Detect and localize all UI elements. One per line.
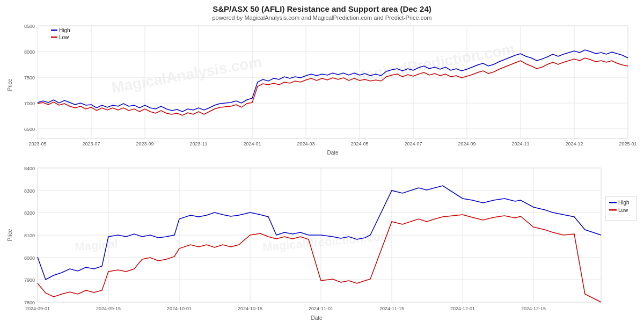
svg-text:2024-12: 2024-12 (565, 141, 583, 147)
svg-text:2023-11: 2023-11 (189, 141, 207, 147)
svg-text:2024-07: 2024-07 (404, 141, 422, 147)
svg-text:2024-01: 2024-01 (243, 141, 261, 147)
svg-text:2024-03: 2024-03 (297, 141, 314, 147)
chart-wrapper: 8500 8000 7500 7000 6500 Price 2023-05 2… (5, 23, 639, 322)
svg-text:Low: Low (59, 34, 69, 40)
svg-text:2024-10-15: 2024-10-15 (238, 306, 262, 311)
svg-rect-39 (51, 30, 57, 31)
svg-text:7500: 7500 (24, 75, 35, 80)
svg-text:2024-12-15: 2024-12-15 (521, 306, 546, 311)
svg-text:8100: 8100 (24, 233, 35, 238)
svg-text:Price: Price (7, 229, 13, 241)
svg-text:2023-07: 2023-07 (82, 141, 100, 147)
svg-text:2023-05: 2023-05 (28, 141, 46, 147)
svg-text:8000: 8000 (24, 49, 35, 55)
svg-text:7000: 7000 (24, 101, 35, 106)
svg-text:Low: Low (618, 207, 628, 213)
svg-text:7900: 7900 (24, 277, 35, 283)
svg-text:Price: Price (7, 78, 13, 91)
page-subtitle: powered by MagicalAnalysis.com and Magic… (5, 14, 639, 21)
svg-text:Date: Date (311, 315, 323, 321)
svg-text:2023-09: 2023-09 (136, 141, 153, 147)
top-chart-panel: 8500 8000 7500 7000 6500 Price 2023-05 2… (5, 23, 639, 165)
svg-text:2024-10-01: 2024-10-01 (167, 306, 192, 311)
svg-text:8300: 8300 (24, 188, 35, 194)
svg-text:High: High (59, 27, 70, 33)
bottom-chart-panel: 8400 8300 8200 8100 8000 7900 7800 Price… (5, 165, 639, 322)
svg-text:8200: 8200 (24, 210, 35, 216)
svg-text:8000: 8000 (24, 255, 35, 261)
svg-text:2024-09-01: 2024-09-01 (25, 306, 50, 311)
svg-text:6500: 6500 (24, 127, 35, 132)
svg-text:2024-09: 2024-09 (458, 141, 475, 147)
svg-rect-82 (609, 209, 617, 211)
svg-text:2024-11-01: 2024-11-01 (309, 306, 333, 311)
svg-text:2024-11-15: 2024-11-15 (379, 306, 404, 311)
svg-text:2024-11: 2024-11 (511, 141, 529, 147)
svg-rect-41 (51, 36, 57, 38)
svg-text:High: High (618, 200, 630, 206)
svg-text:2025-01: 2025-01 (619, 141, 636, 147)
page-title: S&P/ASX 50 (AFLI) Resistance and Support… (5, 4, 639, 13)
svg-text:7800: 7800 (24, 300, 35, 305)
svg-text:2024-05: 2024-05 (350, 141, 368, 147)
svg-text:8500: 8500 (24, 24, 35, 29)
svg-text:8400: 8400 (24, 166, 35, 171)
svg-text:2024-12-01: 2024-12-01 (450, 306, 475, 311)
svg-rect-80 (609, 202, 617, 203)
svg-text:Date: Date (327, 150, 339, 156)
main-container: S&P/ASX 50 (AFLI) Resistance and Support… (0, 0, 644, 322)
svg-text:2024-09-15: 2024-09-15 (96, 306, 121, 311)
